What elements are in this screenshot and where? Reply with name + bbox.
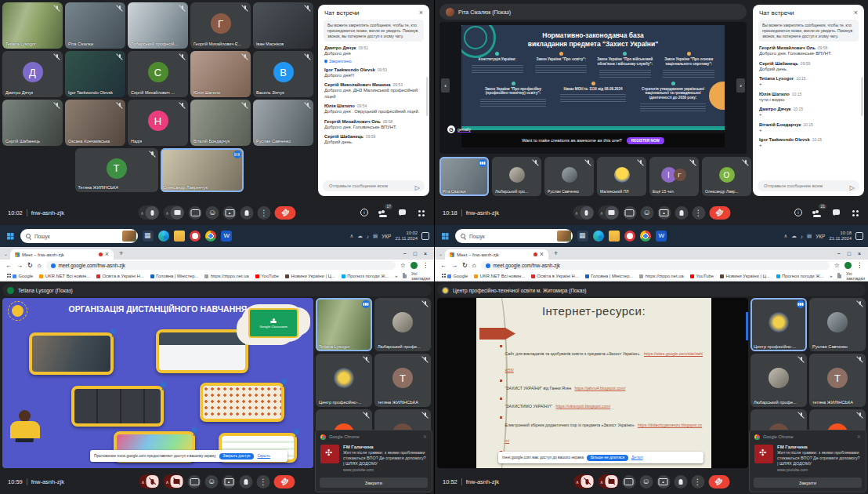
tray-chevron-icon[interactable]: ∧	[349, 233, 353, 239]
raise-hand-button[interactable]	[241, 206, 254, 220]
tray-chevron-icon[interactable]: ∧	[783, 233, 787, 239]
leave-call-button[interactable]	[275, 206, 296, 220]
notification-center-icon[interactable]	[421, 232, 429, 240]
participant-tile[interactable]: Т тетяна ЖИЛІНСЬКА	[374, 354, 431, 407]
bookmark-item[interactable]: YouTube	[255, 274, 279, 278]
present-button[interactable]	[656, 475, 670, 489]
bookmark-star-icon[interactable]: ☆	[400, 262, 406, 269]
bookmark-item[interactable]: Прогноз погоди Ж...	[776, 274, 824, 278]
clock-date[interactable]: 10:1821.11.2024	[829, 231, 852, 242]
new-tab-button[interactable]	[119, 249, 123, 257]
network-icon[interactable]: ▤	[807, 233, 812, 239]
participant-tile[interactable]: І Ещё 15 чел.	[649, 157, 699, 196]
close-notification-icon[interactable]	[423, 434, 427, 441]
camera-button[interactable]	[171, 206, 184, 220]
participant-tile[interactable]: Igor Taekwondo Olevsk	[65, 51, 125, 97]
chat-button[interactable]	[396, 207, 407, 218]
captions-button[interactable]	[189, 206, 202, 220]
browser-tab[interactable]: Meet – fnw-asnh-zjk	[10, 249, 114, 260]
present-button[interactable]	[222, 475, 236, 489]
close-window-button[interactable]: ×	[424, 251, 427, 256]
captions-button[interactable]	[623, 206, 636, 220]
bookmark-item[interactable]: Освіта в Україні Н...	[531, 274, 579, 278]
mic-button[interactable]	[580, 206, 593, 220]
file-explorer-icon[interactable]	[609, 231, 620, 242]
participant-tile[interactable]: Любарський профе...	[374, 298, 431, 351]
stop-sharing-button[interactable]: Закрыть доступ	[219, 453, 255, 459]
mic-options-chevron-icon[interactable]	[140, 479, 146, 485]
resource-link[interactable]: https://viktorpoli.blogspot.com/	[556, 404, 611, 409]
chat-scrollbar[interactable]	[861, 77, 863, 116]
captions-button[interactable]	[622, 475, 635, 489]
file-explorer-icon[interactable]	[174, 231, 185, 242]
task-view-icon[interactable]	[577, 231, 588, 242]
bookmark-item[interactable]: Прогноз погоди Ж...	[342, 274, 389, 278]
search-highlight-image[interactable]	[122, 231, 136, 242]
volume-icon[interactable]: ♪	[367, 234, 369, 239]
chat-input[interactable]	[762, 183, 848, 189]
reactions-button[interactable]	[206, 206, 219, 220]
meeting-details-button[interactable]	[793, 207, 804, 218]
clock-date[interactable]: 10:0221.11.2024	[395, 231, 418, 242]
bookmark-item[interactable]: UKR.NET Всі новин...	[474, 274, 525, 278]
mic-options-chevron-icon[interactable]	[139, 210, 146, 216]
close-window-button[interactable]: ×	[858, 251, 861, 256]
participant-tile[interactable]: Ріта Сікалюк	[439, 157, 489, 196]
participant-tile[interactable]: Олександр Лавренчук	[161, 148, 244, 192]
address-bar[interactable]: meet.google.com/fnw-asnh-zjk	[481, 261, 830, 270]
all-bookmarks-label[interactable]: Усі закладки	[411, 271, 432, 281]
participant-tile[interactable]: Любарський про...	[492, 157, 541, 196]
leave-call-button[interactable]	[709, 206, 730, 220]
participant-tile[interactable]: Руслан Савченко	[253, 100, 313, 146]
participant-tile[interactable]: Любарський профе...	[750, 354, 807, 407]
mic-button[interactable]	[146, 206, 159, 220]
participant-tile[interactable]: Н Надія	[128, 100, 188, 146]
opera-icon[interactable]	[190, 231, 201, 242]
taskbar-search[interactable]: Пошук	[20, 229, 138, 243]
bookmark-item[interactable]: YouTube	[690, 274, 714, 278]
forward-button[interactable]: →	[451, 262, 458, 269]
bookmark-item[interactable]: https://zippo.net.ua	[639, 274, 684, 278]
reload-button[interactable]: ↻	[27, 262, 33, 269]
participant-tile[interactable]: Г Георгій Михайлович Є...	[190, 2, 251, 49]
people-button[interactable]: 17	[378, 207, 389, 218]
raise-hand-button[interactable]	[240, 475, 253, 489]
close-tab-icon[interactable]	[105, 251, 109, 258]
tab-search-chevron-icon[interactable]	[4, 251, 8, 256]
language-indicator[interactable]: УКР	[382, 234, 391, 239]
participant-tile[interactable]: Т Тетяна ЖИЛІНСЬКА	[75, 148, 158, 192]
reactions-button[interactable]	[205, 475, 219, 489]
reload-button[interactable]: ↻	[462, 262, 468, 269]
present-button[interactable]	[223, 206, 237, 220]
task-view-icon[interactable]	[143, 231, 154, 242]
participant-tile[interactable]: Лобарський професій...	[128, 2, 188, 49]
captions-button[interactable]	[188, 475, 201, 489]
participant-tile[interactable]: Tetiana Lysogor	[2, 2, 63, 49]
participant-tile[interactable]: Т тетяна ЖИЛІНСЬКА	[809, 354, 866, 407]
mic-muted-button[interactable]	[580, 475, 593, 488]
network-icon[interactable]: ▤	[373, 233, 378, 239]
activities-button[interactable]	[849, 207, 860, 218]
mic-options-chevron-icon[interactable]	[574, 479, 580, 485]
home-button[interactable]: ⌂	[38, 262, 42, 269]
profile-avatar[interactable]	[844, 262, 852, 269]
camera-off-button[interactable]	[171, 475, 183, 488]
word-icon[interactable]	[656, 231, 667, 242]
participant-tile[interactable]: Сергій Шабанець	[2, 100, 63, 146]
camera-options-chevron-icon[interactable]	[165, 210, 171, 216]
resource-link[interactable]: https://jahnu4.blogspot.com/	[575, 386, 626, 390]
leave-call-button[interactable]	[708, 475, 729, 489]
participant-tile[interactable]: С Сергій Михайлович ...	[128, 51, 188, 97]
participant-tile[interactable]: Ріта Сікалюк	[65, 2, 125, 49]
page-scrollbar[interactable]	[746, 312, 748, 340]
participant-tile[interactable]: Руслан Савченко	[809, 298, 866, 351]
onedrive-icon[interactable]: ☁	[791, 233, 797, 239]
bookmark-item[interactable]: https://zippo.net.ua	[204, 274, 249, 278]
close-icon[interactable]	[854, 9, 858, 16]
reactions-button[interactable]	[639, 475, 653, 489]
close-notification-icon[interactable]	[857, 434, 861, 441]
stop-sharing-button[interactable]: Більше не ділитися	[587, 455, 628, 461]
participant-tile[interactable]: Малинський ПЛ	[597, 157, 646, 196]
bookmark-item[interactable]: Головна | Міністер...	[150, 274, 199, 278]
participant-tile[interactable]: Центр професійно-...	[316, 354, 372, 407]
